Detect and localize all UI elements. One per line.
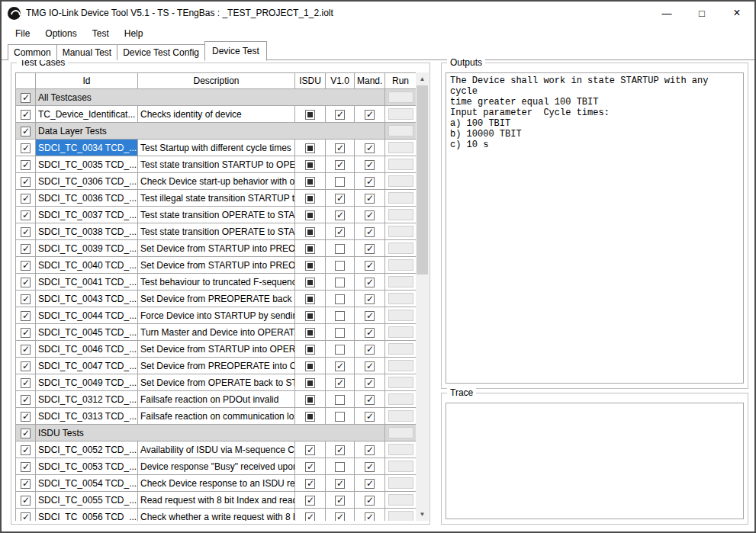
table-row[interactable]: SDCI_TC_0041 TCD_...Test behaviour to tr… <box>16 274 417 291</box>
maximize-button[interactable]: □ <box>684 2 719 24</box>
row-checkbox-cell[interactable] <box>16 106 36 123</box>
isdu-checkbox[interactable] <box>305 462 315 472</box>
row-select-checkbox[interactable] <box>21 512 31 521</box>
row-select-checkbox[interactable] <box>21 278 31 287</box>
mand-checkbox[interactable] <box>365 496 375 506</box>
testcase-description-cell[interactable]: Checks identity of device <box>138 106 295 123</box>
isdu-checkbox[interactable] <box>305 445 315 455</box>
row-select-checkbox[interactable] <box>21 395 31 405</box>
row-checkbox-cell[interactable] <box>16 89 36 106</box>
row-checkbox-cell[interactable] <box>16 408 36 425</box>
v10-checkbox[interactable] <box>335 227 345 237</box>
isdu-checkbox[interactable] <box>305 496 315 506</box>
testcase-description-cell[interactable]: Failsafe reaction on communication loss <box>138 408 295 425</box>
mand-checkbox[interactable] <box>365 244 375 254</box>
row-select-checkbox[interactable] <box>21 479 31 489</box>
table-row[interactable]: SDCI_TC_0053 TCD_...Device response "Bus… <box>16 458 417 475</box>
tab-manual-test[interactable]: Manual Test <box>56 44 117 60</box>
row-select-checkbox[interactable] <box>21 294 31 304</box>
testcase-description-cell[interactable]: Set Device from STARTUP into PREO... <box>138 257 295 274</box>
close-button[interactable]: × <box>719 2 754 24</box>
mand-checkbox[interactable] <box>365 110 375 120</box>
isdu-checkbox[interactable] <box>305 345 315 355</box>
header-mand[interactable]: Mand. <box>355 73 385 89</box>
row-checkbox-cell[interactable] <box>16 140 36 156</box>
testcase-id-cell[interactable]: SDCI_TC_0049 TCD_... <box>36 374 138 391</box>
mand-checkbox[interactable] <box>365 227 375 237</box>
table-row[interactable]: SDCI_TC_0312 TCD_...Failsafe reaction on… <box>16 391 417 408</box>
v10-checkbox[interactable] <box>335 462 345 472</box>
v10-checkbox[interactable] <box>335 177 345 187</box>
v10-checkbox[interactable] <box>335 412 345 422</box>
testcase-description-cell[interactable]: Availability of ISDU via M-sequence Ca..… <box>138 441 295 458</box>
row-checkbox-cell[interactable] <box>16 207 36 223</box>
row-checkbox-cell[interactable] <box>16 358 36 374</box>
v10-checkbox[interactable] <box>335 361 345 371</box>
tab-common[interactable]: Common <box>8 44 57 60</box>
testcase-id-cell[interactable]: SDCI_TC_0052 TCD_... <box>36 441 138 458</box>
v10-checkbox[interactable] <box>335 395 345 405</box>
v10-checkbox[interactable] <box>335 194 345 204</box>
v10-checkbox[interactable] <box>335 294 345 304</box>
trace-textbox[interactable] <box>446 403 744 519</box>
row-checkbox-cell[interactable] <box>16 458 36 475</box>
row-select-checkbox[interactable] <box>21 127 31 136</box>
mand-checkbox[interactable] <box>365 445 375 455</box>
table-row[interactable]: SDCI_TC_0038 TCD_...Test state transitio… <box>16 223 417 240</box>
isdu-checkbox[interactable] <box>305 361 315 371</box>
testcase-description-cell[interactable]: Set Device from STARTUP into OPER... <box>138 341 295 358</box>
v10-checkbox[interactable] <box>335 261 345 271</box>
row-select-checkbox[interactable] <box>21 412 31 422</box>
testcase-id-cell[interactable]: SDCI_TC_0040 TCD_... <box>36 257 138 274</box>
table-row[interactable]: SDCI_TC_0052 TCD_...Availability of ISDU… <box>16 441 417 458</box>
table-row[interactable]: TC_Device_Identificat...Checks identity … <box>16 106 417 123</box>
mand-checkbox[interactable] <box>365 261 375 271</box>
testcase-description-cell[interactable]: Turn Master and Device into OPERAT... <box>138 324 295 341</box>
isdu-checkbox[interactable] <box>305 278 315 287</box>
testcase-description-cell[interactable]: Test Startup with different cycle times <box>138 140 295 156</box>
row-checkbox-cell[interactable] <box>16 173 36 190</box>
row-select-checkbox[interactable] <box>21 244 31 254</box>
row-select-checkbox[interactable] <box>21 110 31 120</box>
mand-checkbox[interactable] <box>365 143 375 153</box>
isdu-checkbox[interactable] <box>305 261 315 271</box>
testcase-id-cell[interactable]: TC_Device_Identificat... <box>36 106 138 123</box>
table-row[interactable]: SDCI_TC_0037 TCD_...Test state transitio… <box>16 207 417 223</box>
testcase-id-cell[interactable]: SDCI_TC_0043 TCD_... <box>36 291 138 307</box>
testcase-id-cell[interactable]: SDCI_TC_0044 TCD_... <box>36 307 138 324</box>
scrollbar-thumb[interactable] <box>417 85 428 275</box>
isdu-checkbox[interactable] <box>305 160 315 170</box>
row-checkbox-cell[interactable] <box>16 341 36 358</box>
mand-checkbox[interactable] <box>365 328 375 338</box>
scrollbar-up-icon[interactable]: ▲ <box>416 72 429 85</box>
row-checkbox-cell[interactable] <box>16 492 36 509</box>
testcase-id-cell[interactable]: SDCI_TC_0034 TCD_... <box>36 140 138 156</box>
header-description[interactable]: Description <box>138 73 295 89</box>
table-row[interactable]: SDCI_TC_0313 TCD_...Failsafe reaction on… <box>16 408 417 425</box>
table-row[interactable]: SDCI_TC_0044 TCD_...Force Device into ST… <box>16 307 417 324</box>
row-select-checkbox[interactable] <box>21 210 31 220</box>
table-row[interactable]: SDCI_TC_0043 TCD_...Set Device from PREO… <box>16 291 417 307</box>
isdu-checkbox[interactable] <box>305 177 315 187</box>
v10-checkbox[interactable] <box>335 143 345 153</box>
row-select-checkbox[interactable] <box>21 194 31 204</box>
isdu-checkbox[interactable] <box>305 328 315 338</box>
scrollbar-down-icon[interactable]: ▼ <box>416 508 429 521</box>
row-checkbox-cell[interactable] <box>16 123 36 140</box>
group-header-row[interactable]: ISDU Tests <box>16 425 417 441</box>
testcase-description-cell[interactable]: Test illegal state transition STARTUP to… <box>138 190 295 207</box>
row-select-checkbox[interactable] <box>21 429 31 438</box>
row-checkbox-cell[interactable] <box>16 374 36 391</box>
testcase-id-cell[interactable]: SDCI_TC_0045 TCD_... <box>36 324 138 341</box>
header-run[interactable]: Run <box>385 73 417 89</box>
row-select-checkbox[interactable] <box>21 160 31 170</box>
isdu-checkbox[interactable] <box>305 412 315 422</box>
v10-checkbox[interactable] <box>335 378 345 388</box>
v10-checkbox[interactable] <box>335 110 345 120</box>
tab-device-test-config[interactable]: Device Test Config <box>117 44 205 60</box>
testcase-id-cell[interactable]: SDCI_TC_0053 TCD_... <box>36 458 138 475</box>
testcase-id-cell[interactable]: SDCI_TC_0046 TCD_... <box>36 341 138 358</box>
isdu-checkbox[interactable] <box>305 194 315 204</box>
row-select-checkbox[interactable] <box>21 345 31 355</box>
mand-checkbox[interactable] <box>365 412 375 422</box>
